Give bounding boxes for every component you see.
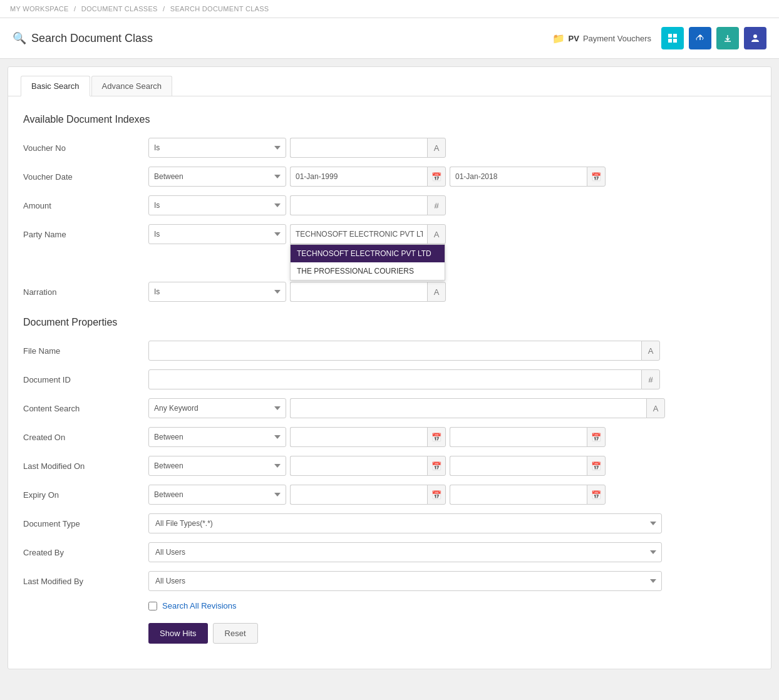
last-modified-on-from[interactable] — [290, 456, 428, 476]
amount-controls: IsGreater ThanLess Than # — [148, 195, 756, 215]
breadcrumb-item-workspace: MY WORKSPACE — [10, 5, 69, 13]
grid-view-button[interactable] — [661, 27, 684, 49]
file-name-btn[interactable]: A — [641, 341, 660, 361]
created-on-from[interactable] — [290, 427, 428, 447]
voucher-no-operator[interactable]: IsIs NotContains — [148, 138, 286, 158]
voucher-date-from-cal[interactable]: 📅 — [427, 167, 446, 187]
voucher-date-controls: BetweenIsBeforeAfter 📅 📅 — [148, 167, 756, 187]
user-button[interactable] — [744, 27, 766, 49]
created-by-select[interactable]: All Users Admin User1 — [148, 542, 662, 562]
file-name-label: File Name — [23, 346, 148, 356]
tabs-row: Basic Search Advance Search — [8, 67, 771, 96]
svg-rect-1 — [673, 34, 677, 38]
last-modified-by-controls: All Users Admin User1 — [148, 571, 756, 591]
file-name-input[interactable] — [148, 341, 642, 361]
voucher-no-row: Voucher No IsIs NotContains A — [23, 138, 756, 158]
document-type-row: Document Type All File Types(*.*) PDF Wo… — [23, 513, 756, 533]
content-search-operator[interactable]: Any KeywordAll KeywordsExact Phrase — [148, 398, 286, 418]
created-on-operator[interactable]: BetweenIsBeforeAfter — [148, 427, 286, 447]
narration-input[interactable] — [290, 282, 428, 302]
created-on-from-cal[interactable]: 📅 — [427, 427, 446, 447]
show-hits-button[interactable]: Show Hits — [148, 623, 208, 644]
content-search-controls: Any KeywordAll KeywordsExact Phrase A — [148, 398, 756, 418]
party-name-btn[interactable]: A — [427, 224, 446, 244]
expiry-on-from-cal[interactable]: 📅 — [427, 485, 446, 505]
breadcrumb-item-search: SEARCH DOCUMENT CLASS — [170, 5, 269, 13]
svg-point-5 — [753, 34, 757, 38]
voucher-date-to-cal[interactable]: 📅 — [587, 167, 606, 187]
last-modified-on-to[interactable] — [450, 456, 587, 476]
expiry-on-controls: BetweenIsBeforeAfter 📅 📅 — [148, 485, 756, 505]
document-id-label: Document ID — [23, 375, 148, 384]
content-search-input[interactable] — [290, 398, 647, 418]
narration-controls: IsIs NotContains A — [148, 282, 756, 302]
party-name-label: Party Name — [23, 230, 148, 239]
svg-rect-3 — [673, 39, 677, 43]
amount-btn[interactable]: # — [427, 195, 446, 215]
party-name-autocomplete: A TECHNOSOFT ELECTRONIC PVT LTD THE PROF… — [290, 224, 446, 244]
autocomplete-item-technosoft[interactable]: TECHNOSOFT ELECTRONIC PVT LTD — [291, 245, 445, 262]
voucher-date-row: Voucher Date BetweenIsBeforeAfter 📅 📅 — [23, 167, 756, 187]
narration-operator[interactable]: IsIs NotContains — [148, 282, 286, 302]
expiry-on-to-cal[interactable]: 📅 — [587, 485, 606, 505]
voucher-date-from[interactable] — [290, 167, 428, 187]
party-name-row: Party Name IsIs NotContains A TECHNOSOFT… — [23, 224, 756, 244]
voucher-date-to[interactable] — [450, 167, 587, 187]
created-on-label: Created On — [23, 433, 148, 442]
amount-label: Amount — [23, 201, 148, 210]
cloud-upload-button[interactable] — [689, 27, 711, 49]
svg-rect-2 — [668, 39, 672, 43]
created-on-row: Created On BetweenIsBeforeAfter 📅 — [23, 427, 756, 447]
created-on-to-cal[interactable]: 📅 — [587, 427, 606, 447]
tab-basic-search[interactable]: Basic Search — [21, 76, 90, 96]
document-type-label: Document Type — [23, 519, 148, 528]
voucher-no-label: Voucher No — [23, 143, 148, 153]
last-modified-on-from-cal[interactable]: 📅 — [427, 456, 446, 476]
available-indexes-title: Available Document Indexes — [23, 114, 756, 125]
page-title-wrap: 🔍 Search Document Class — [13, 31, 153, 45]
last-modified-by-label: Last Modified By — [23, 577, 148, 586]
expiry-on-to[interactable] — [450, 485, 587, 505]
expiry-on-operator[interactable]: BetweenIsBeforeAfter — [148, 485, 286, 505]
svg-rect-0 — [668, 34, 672, 38]
workspace-label: 📁 PV Payment Vouchers — [552, 33, 651, 44]
header-right: 📁 PV Payment Vouchers — [552, 27, 766, 49]
tab-advance-search[interactable]: Advance Search — [91, 76, 172, 96]
document-type-select[interactable]: All File Types(*.*) PDF Word Excel — [148, 513, 662, 533]
main-content: Basic Search Advance Search Available Do… — [8, 66, 771, 669]
voucher-no-input[interactable] — [290, 138, 428, 158]
last-modified-on-operator[interactable]: BetweenIsBeforeAfter — [148, 456, 286, 476]
amount-row: Amount IsGreater ThanLess Than # — [23, 195, 756, 215]
party-name-controls: IsIs NotContains A TECHNOSOFT ELECTRONIC… — [148, 224, 756, 244]
narration-btn[interactable]: A — [427, 282, 446, 302]
party-name-operator[interactable]: IsIs NotContains — [148, 224, 286, 244]
content-search-row: Content Search Any KeywordAll KeywordsEx… — [23, 398, 756, 418]
expiry-on-from[interactable] — [290, 485, 428, 505]
created-by-row: Created By All Users Admin User1 — [23, 542, 756, 562]
content-search-btn[interactable]: A — [646, 398, 665, 418]
reset-button[interactable]: Reset — [213, 623, 258, 644]
document-id-btn[interactable]: # — [641, 369, 660, 389]
expiry-on-label: Expiry On — [23, 490, 148, 500]
document-id-input[interactable] — [148, 369, 642, 389]
last-modified-on-label: Last Modified On — [23, 461, 148, 471]
breadcrumb: MY WORKSPACE / DOCUMENT CLASSES / SEARCH… — [0, 0, 779, 18]
party-name-input[interactable] — [290, 224, 428, 244]
search-all-revisions-checkbox[interactable] — [148, 602, 157, 610]
autocomplete-item-professional-couriers[interactable]: THE PROFESSIONAL COURIERS — [291, 262, 445, 280]
last-modified-by-select[interactable]: All Users Admin User1 — [148, 571, 662, 591]
created-on-to[interactable] — [450, 427, 587, 447]
document-properties-section: Document Properties File Name A Document… — [23, 317, 756, 644]
download-button[interactable] — [716, 27, 739, 49]
last-modified-on-to-cal[interactable]: 📅 — [587, 456, 606, 476]
amount-input[interactable] — [290, 195, 428, 215]
voucher-date-operator[interactable]: BetweenIsBeforeAfter — [148, 167, 286, 187]
voucher-no-btn[interactable]: A — [427, 138, 446, 158]
amount-operator[interactable]: IsGreater ThanLess Than — [148, 195, 286, 215]
search-all-revisions-label[interactable]: Search All Revisions — [162, 601, 237, 610]
expiry-on-row: Expiry On BetweenIsBeforeAfter 📅 — [23, 485, 756, 505]
last-modified-on-row: Last Modified On BetweenIsBeforeAfter 📅 — [23, 456, 756, 476]
breadcrumb-item-docclasses: DOCUMENT CLASSES — [81, 5, 158, 13]
document-id-row: Document ID # — [23, 369, 756, 389]
action-buttons: Show Hits Reset — [148, 623, 756, 644]
